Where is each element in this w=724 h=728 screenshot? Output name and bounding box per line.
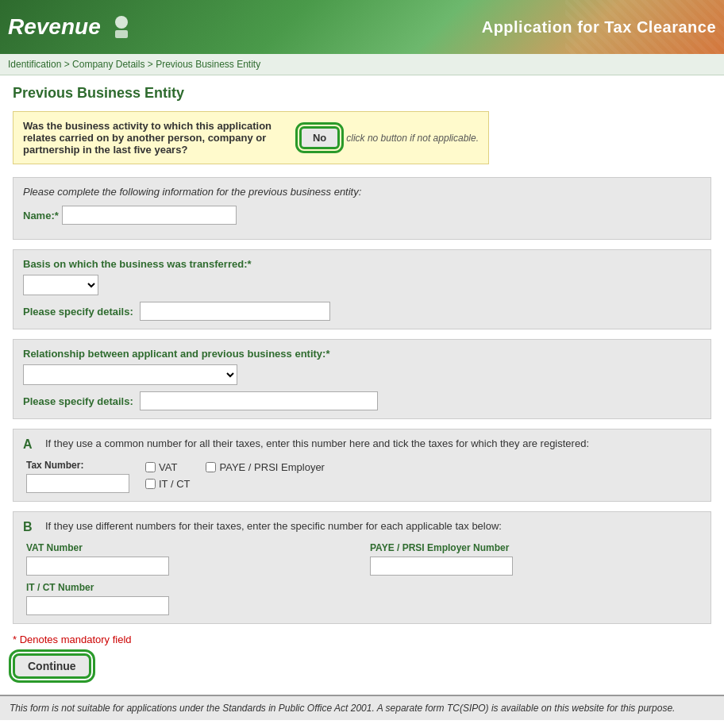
name-label: Name:* <box>23 210 59 221</box>
basis-specify-label: Please specify details: <box>23 306 133 318</box>
basis-dropdown[interactable]: Sale Inheritance Other <box>23 275 98 295</box>
no-button-wrapper: No click no button if not applicable. <box>299 126 479 149</box>
vat-number-input[interactable] <box>26 557 169 576</box>
basis-specify-row: Please specify details: <box>23 302 701 321</box>
name-row: Name:* <box>23 206 701 225</box>
mandatory-note: * Denotes mandatory field <box>13 634 711 645</box>
basis-section: Basis on which the business was transfer… <box>13 249 711 329</box>
it-ct-number-input[interactable] <box>26 596 169 615</box>
name-section: Please complete the following informatio… <box>13 177 711 240</box>
vat-number-label: VAT Number <box>26 542 354 553</box>
tax-number-row: Tax Number: VAT IT / CT PAYE / PRSI Empl… <box>23 460 701 493</box>
header-pattern <box>565 0 724 54</box>
page-title: Previous Business Entity <box>13 85 711 102</box>
section-a-letter: A <box>23 437 39 452</box>
it-ct-checkbox[interactable] <box>145 479 156 489</box>
section-a-header: A If they use a common number for all th… <box>23 437 701 452</box>
section-b: B If they use different numbers for thei… <box>13 511 711 624</box>
relationship-specify-label: Please specify details: <box>23 395 133 407</box>
relationship-dropdown[interactable]: Director Partner Other <box>23 364 237 385</box>
footer-text: This form is not suitable for applicatio… <box>10 703 675 714</box>
paye-label: PAYE / PRSI Employer <box>219 461 324 473</box>
basis-label: Basis on which the business was transfer… <box>23 258 701 270</box>
breadcrumb-current: Previous Business Entity <box>156 59 260 70</box>
continue-button[interactable]: Continue <box>13 653 91 679</box>
paye-number-input[interactable] <box>370 557 513 576</box>
svg-rect-1 <box>115 30 128 38</box>
relationship-specify-input[interactable] <box>140 391 378 410</box>
paye-col: PAYE / PRSI Employer <box>206 460 324 473</box>
footer-notice: This form is not suitable for applicatio… <box>0 695 724 720</box>
vat-checkbox-row: VAT <box>145 461 190 473</box>
main-content: Previous Business Entity Was the busines… <box>0 75 724 695</box>
basis-dropdown-row: Sale Inheritance Other <box>23 275 701 295</box>
vat-number-item: VAT Number <box>26 542 354 576</box>
paye-checkbox[interactable] <box>206 462 216 472</box>
tax-number-label: Tax Number: <box>26 460 129 471</box>
svg-point-0 <box>115 16 128 29</box>
notice-box: Was the business activity to which this … <box>13 111 489 164</box>
it-ct-number-label: IT / CT Number <box>26 582 354 593</box>
basis-specify-input[interactable] <box>140 302 330 321</box>
vat-label: VAT <box>159 461 177 473</box>
name-input[interactable] <box>62 206 237 225</box>
paye-number-item: PAYE / PRSI Employer Number <box>370 542 698 576</box>
relationship-label: Relationship between applicant and previ… <box>23 348 701 360</box>
section-b-text: If they use different numbers for their … <box>45 520 502 532</box>
breadcrumb-sep2: > <box>148 59 156 70</box>
logo-text: Revenue <box>8 14 101 40</box>
checkbox-col: VAT IT / CT <box>145 460 190 490</box>
paye-number-label: PAYE / PRSI Employer Number <box>370 542 698 553</box>
logo: Revenue <box>8 13 136 41</box>
relationship-section: Relationship between applicant and previ… <box>13 339 711 419</box>
notice-question: Was the business activity to which this … <box>23 120 288 156</box>
it-ct-label: IT / CT <box>159 478 190 490</box>
section-instruction: Please complete the following informatio… <box>23 186 701 198</box>
breadcrumb-identification[interactable]: Identification <box>8 59 61 70</box>
header: Revenue Application for Tax Clearance <box>0 0 724 54</box>
breadcrumb-company-details[interactable]: Company Details <box>72 59 144 70</box>
it-ct-number-item: IT / CT Number <box>26 582 354 615</box>
breadcrumb-sep1: > <box>64 59 72 70</box>
it-ct-checkbox-row: IT / CT <box>145 478 190 490</box>
breadcrumb: Identification > Company Details > Previ… <box>0 54 724 75</box>
section-a: A If they use a common number for all th… <box>13 429 711 502</box>
section-b-header: B If they use different numbers for thei… <box>23 520 701 534</box>
number-grid: VAT Number PAYE / PRSI Employer Number I… <box>23 542 701 615</box>
relationship-specify-row: Please specify details: <box>23 391 701 410</box>
revenue-logo-icon <box>107 13 136 41</box>
click-instruction: click no button if not applicable. <box>346 133 479 144</box>
section-a-text: If they use a common number for all thei… <box>45 437 589 449</box>
tax-number-col: Tax Number: <box>26 460 129 493</box>
tax-number-input[interactable] <box>26 474 129 493</box>
vat-checkbox[interactable] <box>145 462 156 472</box>
section-b-letter: B <box>23 520 39 534</box>
no-button[interactable]: No <box>299 126 340 149</box>
relationship-dropdown-row: Director Partner Other <box>23 364 701 385</box>
